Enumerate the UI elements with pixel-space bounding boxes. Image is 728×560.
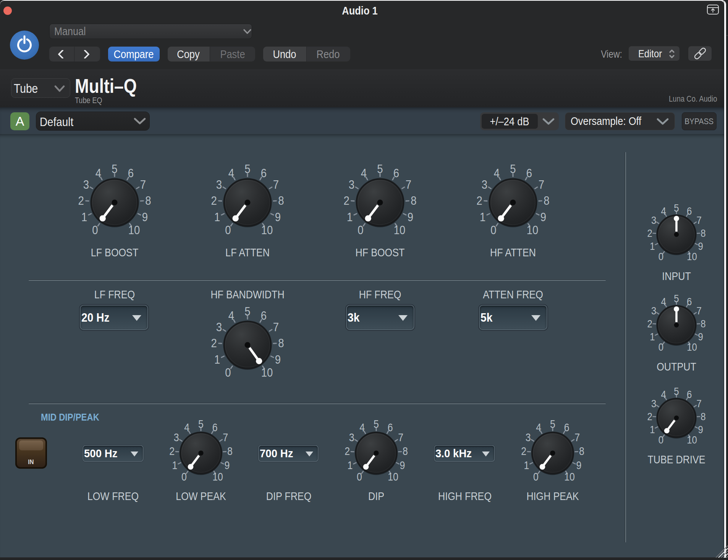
svg-text:6: 6 bbox=[393, 166, 399, 180]
svg-text:8: 8 bbox=[227, 445, 232, 458]
svg-text:2: 2 bbox=[169, 445, 175, 458]
svg-text:2: 2 bbox=[476, 194, 482, 207]
svg-text:4: 4 bbox=[493, 166, 499, 180]
svg-text:6: 6 bbox=[687, 388, 692, 401]
svg-text:5: 5 bbox=[374, 418, 379, 430]
svg-text:10: 10 bbox=[388, 471, 398, 483]
svg-text:5: 5 bbox=[377, 162, 383, 175]
svg-text:3: 3 bbox=[651, 214, 656, 227]
svg-text:6: 6 bbox=[388, 421, 393, 434]
svg-text:6: 6 bbox=[687, 296, 692, 308]
svg-text:9: 9 bbox=[400, 460, 405, 472]
svg-text:2: 2 bbox=[521, 445, 526, 458]
svg-text:1: 1 bbox=[214, 210, 220, 223]
svg-text:2: 2 bbox=[647, 227, 652, 239]
svg-text:1: 1 bbox=[650, 330, 655, 343]
svg-text:4: 4 bbox=[361, 166, 367, 180]
svg-text:8: 8 bbox=[278, 336, 284, 350]
svg-text:3: 3 bbox=[349, 431, 354, 443]
svg-text:5: 5 bbox=[244, 162, 250, 175]
svg-text:8: 8 bbox=[700, 317, 705, 330]
svg-text:3: 3 bbox=[525, 431, 531, 443]
svg-text:2: 2 bbox=[647, 410, 652, 422]
svg-text:8: 8 bbox=[579, 445, 584, 458]
svg-text:0: 0 bbox=[357, 471, 362, 483]
svg-text:10: 10 bbox=[687, 250, 697, 262]
svg-text:3: 3 bbox=[481, 178, 487, 191]
svg-text:1: 1 bbox=[214, 353, 220, 366]
svg-text:1: 1 bbox=[348, 460, 353, 472]
svg-text:3: 3 bbox=[651, 305, 656, 317]
svg-text:5: 5 bbox=[112, 162, 117, 175]
svg-text:7: 7 bbox=[406, 178, 411, 191]
svg-text:4: 4 bbox=[536, 421, 541, 434]
svg-text:9: 9 bbox=[142, 210, 148, 223]
svg-text:4: 4 bbox=[661, 205, 666, 217]
svg-text:5: 5 bbox=[198, 418, 204, 430]
svg-text:5: 5 bbox=[510, 162, 516, 175]
svg-text:0: 0 bbox=[533, 471, 538, 483]
svg-text:9: 9 bbox=[275, 210, 280, 223]
svg-text:10: 10 bbox=[526, 223, 538, 236]
svg-text:10: 10 bbox=[261, 366, 273, 379]
svg-text:1: 1 bbox=[650, 240, 655, 252]
svg-text:4: 4 bbox=[359, 421, 365, 434]
svg-text:9: 9 bbox=[408, 210, 413, 223]
svg-text:9: 9 bbox=[224, 460, 230, 472]
svg-text:3: 3 bbox=[173, 431, 179, 443]
svg-text:5: 5 bbox=[244, 304, 250, 318]
svg-text:9: 9 bbox=[576, 460, 581, 472]
svg-text:2: 2 bbox=[647, 317, 652, 330]
svg-text:4: 4 bbox=[661, 388, 666, 401]
svg-text:6: 6 bbox=[260, 166, 266, 180]
svg-text:7: 7 bbox=[398, 431, 403, 443]
svg-text:3: 3 bbox=[216, 178, 222, 191]
svg-text:7: 7 bbox=[574, 431, 580, 443]
svg-text:0: 0 bbox=[658, 434, 663, 446]
svg-text:3: 3 bbox=[651, 398, 656, 410]
svg-text:7: 7 bbox=[140, 178, 146, 191]
svg-text:10: 10 bbox=[261, 223, 273, 236]
svg-text:1: 1 bbox=[524, 460, 529, 472]
svg-text:9: 9 bbox=[275, 353, 280, 366]
svg-text:9: 9 bbox=[540, 210, 546, 223]
svg-text:9: 9 bbox=[698, 240, 703, 252]
svg-text:6: 6 bbox=[526, 166, 532, 180]
svg-text:6: 6 bbox=[687, 205, 692, 217]
svg-text:4: 4 bbox=[228, 166, 234, 180]
svg-text:0: 0 bbox=[225, 366, 231, 379]
svg-text:8: 8 bbox=[403, 445, 408, 458]
svg-text:2: 2 bbox=[343, 194, 349, 207]
svg-text:7: 7 bbox=[223, 431, 228, 443]
svg-text:4: 4 bbox=[95, 166, 101, 180]
svg-text:4: 4 bbox=[228, 309, 234, 322]
svg-text:8: 8 bbox=[411, 194, 416, 207]
svg-text:4: 4 bbox=[661, 296, 666, 308]
svg-text:0: 0 bbox=[658, 250, 663, 262]
svg-text:5: 5 bbox=[674, 202, 679, 214]
svg-text:7: 7 bbox=[273, 178, 278, 191]
svg-text:4: 4 bbox=[184, 421, 189, 434]
svg-text:7: 7 bbox=[538, 178, 544, 191]
svg-text:1: 1 bbox=[479, 210, 485, 223]
svg-text:5: 5 bbox=[550, 418, 555, 430]
svg-text:5: 5 bbox=[674, 292, 679, 304]
svg-text:0: 0 bbox=[181, 471, 186, 483]
svg-text:7: 7 bbox=[273, 320, 278, 333]
svg-text:1: 1 bbox=[81, 210, 87, 223]
svg-text:10: 10 bbox=[687, 434, 697, 446]
svg-text:0: 0 bbox=[225, 223, 231, 236]
svg-text:2: 2 bbox=[345, 445, 350, 458]
svg-text:2: 2 bbox=[78, 194, 84, 207]
svg-text:1: 1 bbox=[650, 423, 655, 435]
svg-text:10: 10 bbox=[212, 471, 223, 483]
svg-text:6: 6 bbox=[128, 166, 134, 180]
svg-text:2: 2 bbox=[211, 194, 217, 207]
svg-text:8: 8 bbox=[544, 194, 549, 207]
svg-text:9: 9 bbox=[698, 330, 703, 343]
svg-text:1: 1 bbox=[347, 210, 353, 223]
svg-text:7: 7 bbox=[697, 398, 702, 410]
svg-text:9: 9 bbox=[698, 423, 703, 435]
svg-text:7: 7 bbox=[697, 214, 702, 227]
svg-text:0: 0 bbox=[92, 223, 98, 236]
